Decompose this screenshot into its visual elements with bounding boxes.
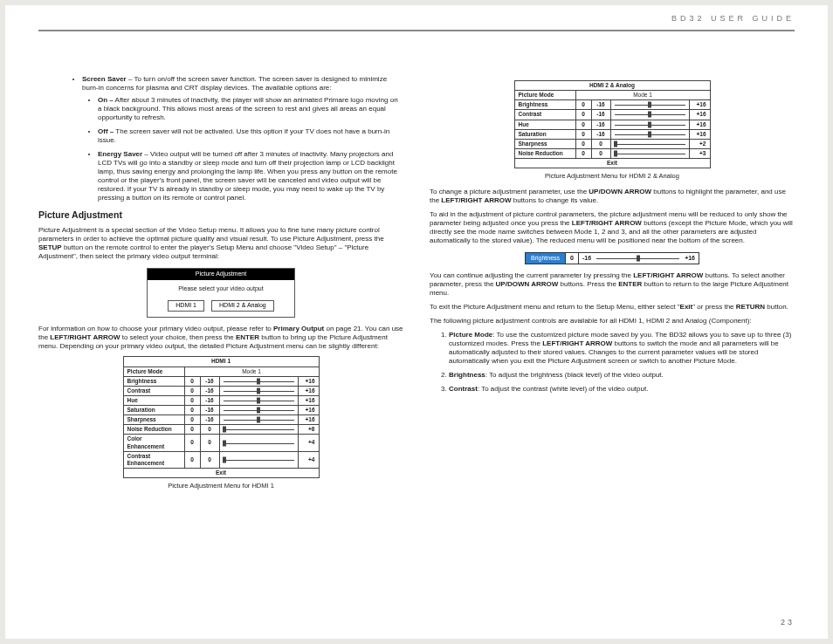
row-value: 0 <box>184 395 200 405</box>
table-row: Color Enhancement00+4 <box>123 435 319 451</box>
row-value: 0 <box>575 129 591 139</box>
table-row: Noise Reduction00+8 <box>123 425 319 435</box>
item-lead: Contrast <box>449 385 478 393</box>
row-value: 0 <box>184 376 200 386</box>
right-column: HDMI 2 & AnalogPicture ModeMode 1Brightn… <box>430 75 795 604</box>
row-value: 0 <box>575 120 591 129</box>
row-label: Brightness <box>514 100 575 110</box>
menu-title: HDMI 1 <box>123 357 319 367</box>
table-row: Noise Reduction00+3 <box>514 148 710 158</box>
bold-exit: Exit <box>680 303 693 311</box>
row-slider <box>610 148 689 158</box>
section-heading-picture-adjustment: Picture Adjustment <box>38 209 403 221</box>
table-row: Hue0-16+16 <box>514 120 710 129</box>
row-max: +16 <box>298 376 319 386</box>
row-min: -16 <box>591 120 610 129</box>
row-min: 0 <box>591 148 610 158</box>
screen-saver-list: Screen Saver – To turn on/off the screen… <box>38 75 403 202</box>
paragraph: For information on how to choose your pr… <box>38 325 403 351</box>
bold-left-right: LEFT/RIGHT ARROW <box>633 271 703 279</box>
mode-value: Mode 1 <box>184 367 319 376</box>
table-row: Brightness0-16+16 <box>123 376 319 386</box>
page: BD32 USER GUIDE Screen Saver – To turn o… <box>5 5 828 639</box>
screen-saver-sublist: On – After about 3 minutes of inactivity… <box>82 96 403 202</box>
row-slider <box>219 451 298 468</box>
row-max: +4 <box>298 451 319 468</box>
row-max: +16 <box>298 415 319 425</box>
menu-exit[interactable]: Exit <box>514 159 710 168</box>
item-lead: Screen Saver <box>82 75 127 83</box>
table-row: Contrast0-16+16 <box>123 386 319 395</box>
row-min: -16 <box>200 415 219 425</box>
bold-return: RETURN <box>736 303 765 311</box>
table-row: Saturation0-16+16 <box>123 406 319 415</box>
list-item: Contrast: To adjust the contrast (white … <box>449 385 795 394</box>
item-lead: Energy Saver <box>98 150 142 158</box>
item-lead: Picture Mode <box>449 331 492 339</box>
row-min: -16 <box>591 100 610 110</box>
row-value: 0 <box>184 425 200 435</box>
row-min: -16 <box>200 406 219 415</box>
row-slider <box>219 395 298 405</box>
item-lead: Off – <box>98 127 114 135</box>
row-value: 0 <box>575 110 591 120</box>
page-number: 23 <box>781 618 795 627</box>
text: buttons to change its value. <box>511 196 598 204</box>
bold-up-down: UP/DOWN ARROW <box>496 280 559 288</box>
row-label: Brightness <box>123 376 184 386</box>
row-max: +2 <box>689 139 710 148</box>
row-value: 0 <box>575 100 591 110</box>
dialog-button-hdmi2[interactable]: HDMI 2 & Analog <box>211 300 274 312</box>
row-min: 0 <box>200 451 219 468</box>
row-label: Sharpness <box>123 415 184 425</box>
dialog-prompt: Please select your video output <box>148 280 294 297</box>
menu-caption-hdmi1: Picture Adjustment Menu for HDMI 1 <box>38 482 403 490</box>
picture-adjustment-dialog: Picture Adjustment Please select your vi… <box>147 268 295 318</box>
text: buttons. Press the <box>558 280 618 288</box>
row-min: -16 <box>591 129 610 139</box>
mini-min: -16 <box>579 253 595 264</box>
row-value: 0 <box>184 435 200 451</box>
row-min: 0 <box>200 425 219 435</box>
row-min: -16 <box>200 386 219 395</box>
item-text: – Video output will be turned off after … <box>98 150 397 202</box>
row-label: Picture Mode <box>514 91 575 100</box>
row-slider <box>610 120 689 129</box>
text: To exit the Picture Adjustment menu and … <box>430 303 680 311</box>
menu-table-hdmi2: HDMI 2 & AnalogPicture ModeMode 1Brightn… <box>514 80 711 168</box>
paragraph: The following picture adjustment control… <box>430 317 795 325</box>
item-lead: Brightness <box>449 371 485 379</box>
bold-up-down: UP/DOWN ARROW <box>589 188 651 195</box>
item-text: : To adjust the brightness (black level)… <box>485 371 664 379</box>
mini-max: +16 <box>681 253 699 264</box>
row-slider <box>610 110 689 120</box>
item-text: – To turn on/off the screen saver functi… <box>82 75 387 92</box>
item-text: The screen saver will not be activated. … <box>98 127 389 144</box>
mini-value: 0 <box>566 253 579 264</box>
row-label: Saturation <box>514 129 575 139</box>
row-label: Hue <box>123 395 184 405</box>
menu-table-hdmi1: HDMI 1Picture ModeMode 1Brightness0-16+1… <box>123 356 320 478</box>
table-row: Brightness0-16+16 <box>514 100 710 110</box>
bold-enter: ENTER <box>618 280 642 288</box>
item-text: : To adjust the contrast (white level) o… <box>478 385 649 393</box>
row-max: +16 <box>689 110 710 120</box>
text: Picture Adjustment is a special section … <box>38 226 384 243</box>
dialog-title: Picture Adjustment <box>148 269 294 280</box>
text: button on the remote control to enter th… <box>38 243 368 260</box>
dialog-button-hdmi1[interactable]: HDMI 1 <box>168 300 204 312</box>
row-min: 0 <box>591 139 610 148</box>
bold-setup: SETUP <box>38 243 62 251</box>
menu-exit[interactable]: Exit <box>123 468 319 477</box>
bold-primary-output: Primary Output <box>273 325 324 332</box>
row-label: Saturation <box>123 406 184 415</box>
row-max: +16 <box>298 406 319 415</box>
menu-title: HDMI 2 & Analog <box>514 81 710 91</box>
row-label: Contrast <box>514 110 575 120</box>
row-value: 0 <box>184 451 200 468</box>
row-slider <box>219 425 298 435</box>
paragraph: You can continue adjusting the current p… <box>430 271 795 298</box>
row-max: +16 <box>689 120 710 129</box>
row-label: Contrast <box>123 386 184 395</box>
bold-left-right: LEFT/RIGHT ARROW <box>572 219 642 227</box>
